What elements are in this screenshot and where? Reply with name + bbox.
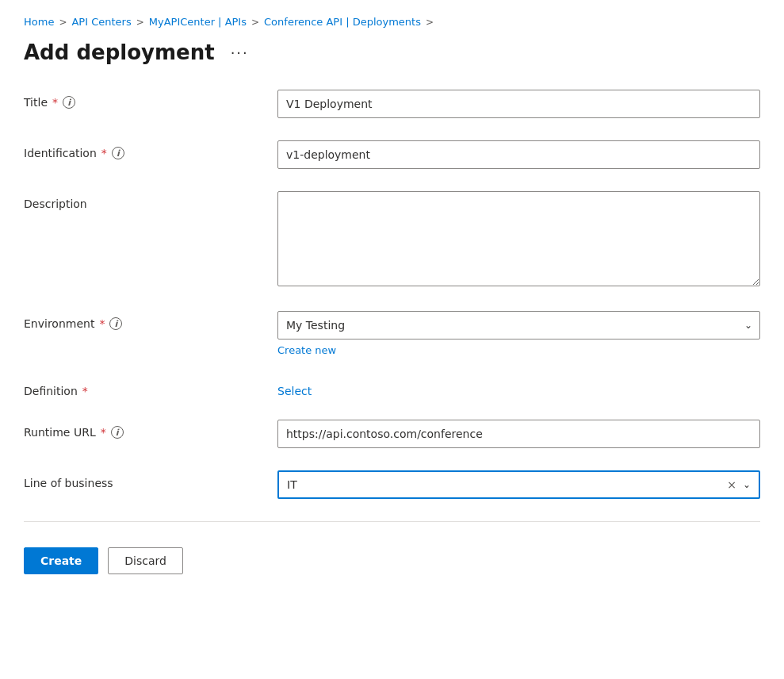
button-row: Create Discard: [24, 541, 760, 574]
definition-required: *: [82, 385, 88, 397]
line-of-business-label-col: Line of business: [24, 470, 277, 489]
definition-label-col: Definition *: [24, 378, 277, 397]
title-row: Title * i: [24, 90, 760, 118]
breadcrumb-sep-1: >: [59, 17, 67, 28]
identification-info-icon[interactable]: i: [112, 147, 124, 159]
line-of-business-chevron-icon[interactable]: ⌄: [743, 479, 751, 490]
runtime-url-required: *: [101, 426, 106, 439]
environment-info-icon[interactable]: i: [109, 317, 122, 330]
combobox-actions: × ⌄: [727, 478, 759, 491]
line-of-business-row: Line of business × ⌄: [24, 470, 760, 499]
line-of-business-label-text: Line of business: [24, 477, 113, 489]
description-row: Description: [24, 191, 760, 289]
add-deployment-form: Title * i Identification * i Description: [24, 90, 760, 499]
breadcrumb-sep-4: >: [426, 17, 434, 28]
description-label: Description: [24, 198, 277, 210]
environment-label-col: Environment * i: [24, 311, 277, 330]
environment-input-col: My Testing Production Staging ⌄ Create n…: [277, 311, 760, 356]
identification-input-col: [277, 140, 760, 169]
page-title: Add deployment: [24, 40, 215, 64]
line-of-business-clear-icon[interactable]: ×: [727, 478, 736, 491]
breadcrumb-my-api-center[interactable]: MyAPICenter | APIs: [149, 16, 247, 28]
discard-button[interactable]: Discard: [108, 547, 183, 574]
definition-row: Definition * Select: [24, 378, 760, 397]
line-of-business-label: Line of business: [24, 477, 277, 489]
form-divider: [24, 521, 760, 522]
title-input[interactable]: [277, 90, 760, 118]
create-button[interactable]: Create: [24, 547, 98, 574]
page-header: Add deployment ···: [24, 40, 760, 64]
line-of-business-combobox: × ⌄: [277, 470, 760, 499]
title-label-text: Title: [24, 96, 48, 109]
identification-label-text: Identification: [24, 147, 97, 159]
line-of-business-input[interactable]: [279, 474, 727, 496]
title-required: *: [52, 96, 58, 109]
environment-select[interactable]: My Testing Production Staging: [277, 311, 760, 340]
identification-required: *: [101, 147, 107, 159]
title-label-col: Title * i: [24, 90, 277, 109]
environment-select-wrapper: My Testing Production Staging ⌄: [277, 311, 760, 340]
identification-row: Identification * i: [24, 140, 760, 169]
runtime-url-label-col: Runtime URL * i: [24, 420, 277, 439]
title-label: Title * i: [24, 96, 277, 109]
more-options-button[interactable]: ···: [224, 41, 255, 64]
identification-label-col: Identification * i: [24, 140, 277, 159]
runtime-url-input[interactable]: [277, 420, 760, 448]
environment-row: Environment * i My Testing Production St…: [24, 311, 760, 356]
runtime-url-info-icon[interactable]: i: [111, 426, 124, 439]
description-input-col: [277, 191, 760, 289]
breadcrumb-conference-api[interactable]: Conference API | Deployments: [264, 16, 421, 28]
environment-label: Environment * i: [24, 317, 277, 330]
breadcrumb-home[interactable]: Home: [24, 16, 54, 28]
identification-input[interactable]: [277, 140, 760, 169]
runtime-url-input-col: [277, 420, 760, 448]
breadcrumb-sep-3: >: [251, 17, 259, 28]
description-label-col: Description: [24, 191, 277, 210]
description-label-text: Description: [24, 198, 87, 210]
description-textarea[interactable]: [277, 191, 760, 286]
definition-label: Definition *: [24, 385, 277, 397]
runtime-url-label: Runtime URL * i: [24, 426, 277, 439]
environment-label-text: Environment: [24, 317, 94, 330]
title-input-col: [277, 90, 760, 118]
title-info-icon[interactable]: i: [63, 96, 75, 109]
environment-required: *: [99, 317, 105, 330]
identification-label: Identification * i: [24, 147, 277, 159]
runtime-url-label-text: Runtime URL: [24, 426, 96, 439]
breadcrumb: Home > API Centers > MyAPICenter | APIs …: [24, 16, 760, 28]
definition-label-text: Definition: [24, 385, 78, 397]
line-of-business-input-col: × ⌄: [277, 470, 760, 499]
create-new-link[interactable]: Create new: [277, 344, 336, 356]
definition-select-link[interactable]: Select: [277, 378, 312, 397]
breadcrumb-sep-2: >: [136, 17, 144, 28]
definition-input-col: Select: [277, 378, 760, 397]
breadcrumb-api-centers[interactable]: API Centers: [71, 16, 131, 28]
runtime-url-row: Runtime URL * i: [24, 420, 760, 448]
